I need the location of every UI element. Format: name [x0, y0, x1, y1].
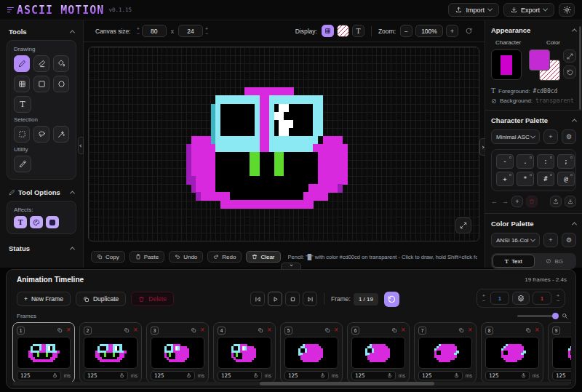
delete-frame-icon[interactable]: × — [66, 327, 71, 333]
play-button[interactable] — [268, 292, 282, 306]
magic-wand-tool-button[interactable] — [53, 126, 69, 143]
onion-next-input[interactable]: 1 — [533, 292, 551, 305]
duplicate-frame-icon[interactable] — [191, 327, 196, 333]
import-button[interactable]: Import — [448, 3, 499, 17]
duplicate-frame-icon[interactable] — [258, 327, 263, 333]
first-frame-button[interactable] — [250, 292, 265, 306]
frame-duration-input[interactable]: 125 — [84, 371, 128, 380]
frame-thumbnail[interactable] — [218, 337, 271, 369]
eyedropper-tool-button[interactable] — [14, 156, 31, 172]
character-palette-settings-button[interactable]: ⚙ — [562, 129, 576, 144]
palette-character-cell[interactable]: # — [537, 172, 554, 186]
onion-next-stepper[interactable]: + − — [554, 294, 562, 303]
display-char-toggle[interactable]: T — [352, 25, 364, 37]
palette-import-button[interactable] — [565, 196, 576, 207]
sidebar-scrollbar[interactable] — [579, 26, 581, 110]
frame-card[interactable]: 7×125ms — [414, 322, 477, 383]
collapse-left-panel-handle[interactable] — [78, 137, 84, 154]
delete-frame-icon[interactable]: × — [133, 327, 137, 333]
frame-duration-input[interactable]: 125 — [151, 371, 195, 380]
frame-card[interactable]: 8×125ms — [481, 322, 543, 383]
duplicate-frame-icon[interactable] — [458, 327, 464, 333]
ellipse-tool-button[interactable] — [53, 76, 69, 92]
delete-frame-button[interactable]: Delete — [131, 292, 174, 306]
palette-next-button[interactable]: → — [502, 198, 509, 205]
frame-duration-input[interactable]: 125 — [351, 371, 396, 380]
lasso-select-tool-button[interactable] — [33, 126, 49, 143]
palette-export-button[interactable] — [550, 196, 562, 207]
zoom-reset-button[interactable] — [463, 25, 475, 37]
duplicate-frame-icon[interactable] — [391, 327, 397, 333]
delete-frame-icon[interactable]: × — [267, 327, 271, 333]
frame-thumbnail[interactable] — [151, 337, 204, 369]
tab-text-color[interactable]: T Text — [493, 255, 535, 268]
tab-bg-color[interactable]: BG — [535, 255, 575, 268]
palette-add-char-button[interactable]: + — [511, 196, 523, 207]
frame-card[interactable]: 1×125ms — [12, 322, 75, 383]
loop-toggle-button[interactable] — [384, 292, 399, 307]
frame-card[interactable]: 4×125ms — [213, 322, 276, 383]
affects-background-toggle[interactable] — [46, 216, 59, 228]
eraser-tool-button[interactable] — [33, 55, 49, 72]
theme-toggle-button[interactable] — [559, 3, 575, 17]
text-tool-button[interactable]: T — [14, 96, 31, 113]
affects-character-toggle[interactable]: T — [14, 216, 27, 228]
frame-thumbnail[interactable] — [284, 337, 338, 369]
character-palette-select[interactable]: Minimal ASC — [491, 129, 540, 144]
tool-options-section-header[interactable]: Tool Options — [0, 180, 83, 201]
frame-thumbnail[interactable] — [485, 337, 539, 369]
frame-duration-input[interactable]: 125 — [17, 371, 61, 380]
duplicate-frame-icon[interactable] — [57, 327, 63, 333]
character-preview[interactable] — [491, 49, 522, 80]
canvas-width-input[interactable]: 80 — [142, 25, 167, 37]
onion-prev-stepper[interactable]: + − — [480, 294, 487, 303]
frame-duration-input[interactable]: 125 — [418, 371, 463, 380]
frame-thumbnail[interactable] — [552, 337, 571, 369]
frame-duration-input[interactable]: 125 — [284, 371, 329, 380]
frame-size-slider[interactable] — [517, 315, 558, 317]
frame-thumbnail[interactable] — [418, 337, 472, 369]
timeline-scrollbar-thumb[interactable] — [260, 382, 434, 385]
reset-colors-button[interactable] — [563, 65, 576, 79]
display-grid-toggle[interactable] — [322, 25, 334, 37]
clear-button[interactable]: Clear — [246, 251, 280, 263]
color-palette-section-header[interactable]: Color Palette — [491, 220, 576, 228]
canvas-fullscreen-button[interactable] — [455, 217, 471, 233]
zoom-in-button[interactable]: + — [446, 25, 458, 37]
delete-frame-icon[interactable]: × — [468, 327, 472, 333]
fill-bucket-tool-button[interactable] — [53, 55, 69, 72]
rectangle-tool-button[interactable] — [33, 76, 49, 92]
palette-character-cell[interactable]: + — [496, 172, 514, 186]
copy-button[interactable]: Copy — [91, 251, 125, 263]
frame-card[interactable]: 6×125ms — [347, 322, 410, 383]
duplicate-frame-button[interactable]: Duplicate — [76, 292, 126, 306]
color-palette-select[interactable]: ANSI 16-Col — [491, 233, 540, 247]
palette-character-cell[interactable]: . — [517, 154, 534, 169]
palette-character-cell[interactable]: - — [496, 154, 514, 169]
paste-button[interactable]: Paste — [129, 251, 164, 263]
frame-card[interactable]: 5×125ms — [280, 322, 343, 383]
frame-card[interactable]: 3×125ms — [146, 322, 209, 383]
foreground-color-swatch[interactable] — [529, 49, 550, 71]
undo-button[interactable]: Undo — [169, 251, 203, 263]
new-frame-button[interactable]: + New Frame — [17, 292, 71, 306]
canvas-height-input[interactable]: 24 — [178, 25, 203, 37]
frame-duration-input[interactable]: 125 — [218, 371, 262, 380]
slider-handle[interactable] — [552, 313, 559, 319]
color-palette-settings-button[interactable]: ⚙ — [562, 233, 576, 247]
delete-frame-icon[interactable]: × — [200, 327, 204, 333]
delete-frame-icon[interactable]: × — [535, 327, 539, 333]
appearance-section-header[interactable]: Appearance — [491, 26, 576, 34]
pencil-tool-button[interactable] — [14, 55, 30, 72]
frame-thumbnail[interactable] — [17, 337, 71, 369]
palette-character-cell[interactable]: * — [517, 172, 534, 186]
palette-character-cell[interactable]: ; — [557, 154, 575, 169]
zoom-out-button[interactable]: − — [400, 25, 412, 37]
add-character-palette-button[interactable]: + — [543, 129, 558, 144]
affects-color-toggle[interactable] — [30, 216, 43, 228]
frame-card[interactable]: 9×125ms — [548, 322, 571, 383]
delete-frame-icon[interactable]: × — [334, 327, 338, 333]
swap-colors-button[interactable] — [563, 49, 576, 63]
frame-thumbnail[interactable] — [84, 337, 137, 369]
duplicate-frame-icon[interactable] — [525, 327, 531, 333]
